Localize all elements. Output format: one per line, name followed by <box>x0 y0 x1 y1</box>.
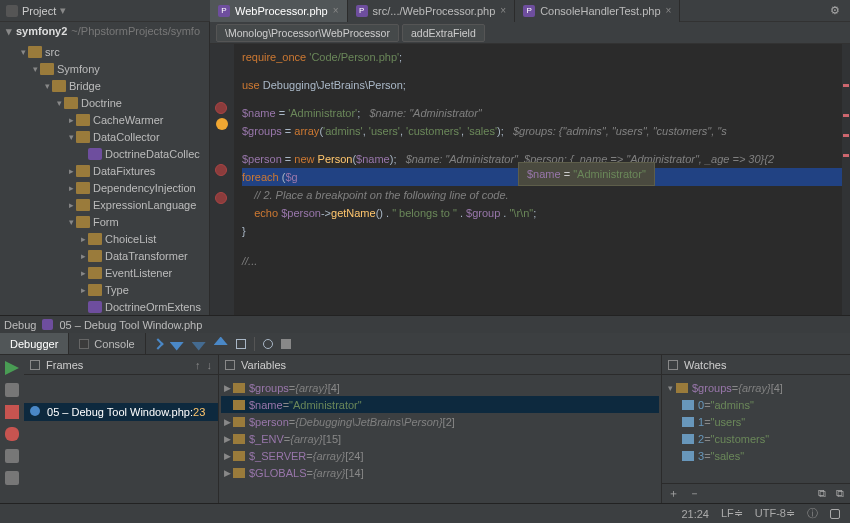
breakpoint-icon[interactable] <box>215 164 227 176</box>
php-file-icon: P <box>523 5 535 17</box>
tree-node[interactable]: ▸CacheWarmer <box>0 111 209 128</box>
debug-run-toolbar <box>0 355 24 503</box>
variables-header: Variables <box>219 355 661 375</box>
line-separator[interactable]: LF≑ <box>721 507 743 520</box>
project-root[interactable]: ▾ symfony2 ~/PhpstormProjects/symfo <box>0 22 209 41</box>
settings-icon[interactable] <box>281 339 291 349</box>
breadcrumb-method[interactable]: addExtraField <box>402 24 485 42</box>
editor-tab-label: src/.../WebProcessor.php <box>373 5 496 17</box>
gear-icon[interactable]: ⚙ <box>830 4 844 17</box>
debug-tabs: Debugger Console <box>0 333 850 355</box>
step-over-icon[interactable] <box>152 338 163 349</box>
next-frame-icon[interactable]: ↓ <box>207 359 213 371</box>
run-to-cursor-icon[interactable] <box>236 339 246 349</box>
tree-node[interactable]: ▸ExpressionLanguage <box>0 196 209 213</box>
stop-icon[interactable] <box>5 405 19 419</box>
tree-node[interactable]: ▾Bridge <box>0 77 209 94</box>
tree-node[interactable]: ▾src <box>0 43 209 60</box>
watch-item[interactable]: 1 = "users" <box>664 413 848 430</box>
breadcrumb: \Monolog\Processor\WebProcessor addExtra… <box>210 22 850 44</box>
more-icon[interactable]: ⧉ <box>836 487 844 500</box>
tree-node[interactable]: ▾Symfony <box>0 60 209 77</box>
frame-row[interactable]: 05 – Debug Tool Window.php:23 <box>24 403 218 421</box>
prev-frame-icon[interactable]: ↑ <box>195 359 201 371</box>
close-icon[interactable]: × <box>500 5 506 16</box>
pause-icon[interactable] <box>5 383 19 397</box>
php-file-icon <box>42 319 53 330</box>
step-out-icon[interactable] <box>214 337 228 351</box>
step-into-icon[interactable] <box>170 337 184 351</box>
tree-node[interactable]: ▾Form <box>0 213 209 230</box>
inspect-icon[interactable]: ⓘ <box>807 506 818 521</box>
editor-gutter[interactable] <box>210 44 234 315</box>
tab-debugger[interactable]: Debugger <box>0 333 69 354</box>
editor-tab-2[interactable]: P ConsoleHandlerTest.php × <box>515 0 680 22</box>
evaluate-icon[interactable] <box>263 339 273 349</box>
watch-item[interactable]: 3 = "sales" <box>664 447 848 464</box>
mute-breakpoints-icon[interactable] <box>5 449 19 463</box>
watch-item[interactable]: 2 = "customers" <box>664 430 848 447</box>
debug-label: Debug <box>4 319 36 331</box>
php-file-icon: P <box>356 5 368 17</box>
editor-tab-label: WebProcessor.php <box>235 5 328 17</box>
breakpoint-icon[interactable] <box>215 192 227 204</box>
remove-watch-icon[interactable]: － <box>689 486 700 501</box>
variables-pane: Variables ▶$groups = {array} [4]$name = … <box>219 355 662 503</box>
tree-node[interactable]: ▾DataCollector <box>0 128 209 145</box>
view-breakpoints-icon[interactable] <box>5 427 19 441</box>
tree-node[interactable]: ▸DependencyInjection <box>0 179 209 196</box>
project-sidebar: ▾ symfony2 ~/PhpstormProjects/symfo ▾src… <box>0 22 210 315</box>
tree-node[interactable]: ▸DataFixtures <box>0 162 209 179</box>
tree-node[interactable]: ▸Type <box>0 281 209 298</box>
project-tree[interactable]: ▾src▾Symfony▾Bridge▾Doctrine▸CacheWarmer… <box>0 41 209 315</box>
frames-pane: Frames ↑↓ 05 – Debug Tool Window.php:23 <box>24 355 219 503</box>
resume-icon[interactable] <box>5 361 19 375</box>
tree-node[interactable]: ▸EventListener <box>0 264 209 281</box>
tree-node[interactable]: ▾Doctrine <box>0 94 209 111</box>
editor-tab-1[interactable]: P src/.../WebProcessor.php × <box>348 0 516 22</box>
project-tool-icon[interactable] <box>6 5 18 17</box>
frame-icon <box>30 406 40 416</box>
variable-row[interactable]: ▶$person = {Debugging\JetBrains\Person} … <box>221 413 659 430</box>
tab-console[interactable]: Console <box>69 333 145 354</box>
debug-file-label: 05 – Debug Tool Window.php <box>59 319 202 331</box>
watch-row[interactable]: ▾$groups = {array} [4] <box>664 379 848 396</box>
php-file-icon: P <box>218 5 230 17</box>
variable-row[interactable]: $name = "Administrator" <box>221 396 659 413</box>
layout-icon[interactable] <box>5 471 19 485</box>
close-icon[interactable]: × <box>666 5 672 16</box>
close-icon[interactable]: × <box>333 5 339 16</box>
variable-row[interactable]: ▶$GLOBALS = {array} [14] <box>221 464 659 481</box>
tree-node[interactable]: DoctrineOrmExtens <box>0 298 209 315</box>
file-encoding[interactable]: UTF-8≑ <box>755 507 795 520</box>
thread-icon[interactable] <box>30 360 40 370</box>
watch-item[interactable]: 0 = "admins" <box>664 396 848 413</box>
tree-node[interactable]: DoctrineDataCollec <box>0 145 209 162</box>
restore-icon[interactable] <box>668 360 678 370</box>
editor-tab-label: ConsoleHandlerTest.php <box>540 5 660 17</box>
error-stripe[interactable] <box>842 44 850 315</box>
add-watch-icon[interactable]: ＋ <box>668 486 679 501</box>
value-tooltip: $name = "Administrator" <box>518 162 655 186</box>
tree-node[interactable]: ▸DataTransformer <box>0 247 209 264</box>
restore-icon[interactable] <box>225 360 235 370</box>
force-step-into-icon[interactable] <box>192 337 206 351</box>
code-editor[interactable]: require_once 'Code/Person.php'; use Debu… <box>210 44 850 315</box>
intention-bulb-icon[interactable] <box>216 118 228 130</box>
watches-pane: Watches ▾$groups = {array} [4]0 = "admin… <box>662 355 850 503</box>
tree-node[interactable]: ▸ChoiceList <box>0 230 209 247</box>
breakpoint-icon[interactable] <box>215 102 227 114</box>
debug-tool-header[interactable]: Debug 05 – Debug Tool Window.php <box>0 315 850 333</box>
copy-icon[interactable]: ⧉ <box>818 487 826 500</box>
breadcrumb-namespace[interactable]: \Monolog\Processor\WebProcessor <box>216 24 399 42</box>
caret-position[interactable]: 21:24 <box>681 508 709 520</box>
editor-tab-0[interactable]: P WebProcessor.php × <box>210 0 348 22</box>
debug-toolbar <box>146 333 291 354</box>
lock-icon[interactable] <box>830 509 840 519</box>
variable-row[interactable]: ▶$_ENV = {array} [15] <box>221 430 659 447</box>
variable-row[interactable]: ▶$_SERVER = {array} [24] <box>221 447 659 464</box>
titlebar: Project ▾ P WebProcessor.php × P src/...… <box>0 0 850 22</box>
variable-row[interactable]: ▶$groups = {array} [4] <box>221 379 659 396</box>
frames-header: Frames ↑↓ <box>24 355 218 375</box>
project-tool-label[interactable]: Project <box>22 5 56 17</box>
